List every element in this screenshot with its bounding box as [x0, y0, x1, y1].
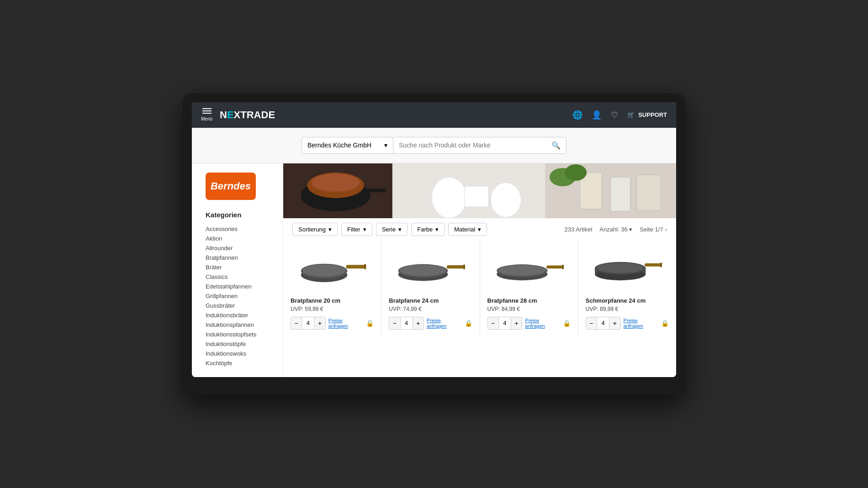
svg-rect-37	[660, 262, 662, 267]
qty-increase-3[interactable]: +	[511, 317, 522, 329]
sortierung-label: Sortierung	[298, 226, 326, 233]
svg-rect-12	[611, 177, 630, 211]
product-price-3: UVP: 84,99 €	[487, 306, 571, 312]
support-button[interactable]: 🛒 SUPPORT	[627, 111, 667, 118]
filter-label: Filter	[347, 226, 360, 233]
category-induktionstopfe[interactable]: Induktionstöpfe	[206, 339, 274, 349]
category-allrounder[interactable]: Allrounder	[206, 243, 274, 253]
user-icon[interactable]: 👤	[592, 110, 602, 120]
material-label: Material	[454, 226, 475, 233]
search-bar: Berndes Küche GmbH ▾ 🔍	[192, 128, 676, 163]
svg-rect-8	[465, 186, 489, 207]
svg-point-18	[302, 264, 346, 276]
menu-button[interactable]: Menü	[201, 108, 212, 121]
svg-point-15	[565, 164, 587, 181]
laptop-screen: Menü NEXTRADE 🌐 👤 ♡ 🛒 SUPPORT Berndes Kü…	[192, 102, 676, 377]
supplier-value: Berndes Küche GmbH	[307, 142, 371, 149]
category-kochtopfe[interactable]: Kochtöpfe	[206, 358, 274, 368]
heart-icon[interactable]: ♡	[611, 110, 618, 120]
svg-point-9	[491, 183, 521, 217]
serie-chevron: ▾	[398, 226, 402, 233]
support-label: SUPPORT	[638, 111, 667, 118]
product-image-2	[389, 246, 472, 292]
top-controls: Sortierung ▾ Filter ▾ Serie ▾ Farbe	[283, 218, 676, 239]
category-edelstahlpfannen[interactable]: Edelstahlpfannen	[206, 282, 274, 291]
category-gussbraeter[interactable]: Gussbräter	[206, 301, 274, 310]
qty-increase-4[interactable]: +	[609, 317, 620, 329]
preise-link-3[interactable]: Preise anfragen	[525, 318, 560, 329]
product-image-3	[487, 246, 571, 292]
svg-point-7	[436, 179, 462, 211]
category-list: Accessories Aktion Allrounder Bratpfanne…	[206, 224, 274, 368]
product-image-1	[291, 246, 374, 292]
supplier-dropdown[interactable]: Berndes Küche GmbH ▾	[302, 137, 393, 154]
category-accessories[interactable]: Accessories	[206, 224, 274, 234]
laptop-frame: Menü NEXTRADE 🌐 👤 ♡ 🛒 SUPPORT Berndes Kü…	[183, 93, 685, 395]
preise-link-2[interactable]: Preise anfragen	[427, 318, 461, 329]
sortierung-chevron: ▾	[328, 226, 332, 233]
lock-icon-4: 🔒	[661, 320, 669, 327]
category-braeter[interactable]: Bräter	[206, 262, 274, 272]
pan-svg-1	[296, 253, 369, 285]
qty-input-2[interactable]	[400, 317, 413, 329]
brand-banner	[283, 163, 676, 218]
controls-right: 233 Artikel Anzahl: 36 ▾ Seite 1/7 ›	[565, 226, 667, 233]
filter-button[interactable]: Filter ▾	[341, 223, 372, 236]
qty-control-1: − +	[291, 317, 326, 330]
qty-decrease-2[interactable]: −	[389, 317, 400, 329]
farbe-button[interactable]: Farbe ▾	[411, 223, 445, 236]
category-classics[interactable]: Classics	[206, 272, 274, 282]
svg-point-28	[498, 265, 546, 275]
preise-link-4[interactable]: Preise anfragen	[624, 318, 658, 329]
search-container: 🔍	[393, 137, 566, 154]
search-input[interactable]	[393, 138, 546, 152]
qty-input-3[interactable]	[498, 317, 511, 329]
header-left: Menü NEXTRADE	[201, 108, 275, 121]
category-bratpfannen[interactable]: Bratpfannen	[206, 253, 274, 262]
qty-control-2: − +	[389, 317, 424, 330]
svg-point-4	[312, 173, 360, 192]
product-card-2: Bratpfanne 24 cm UVP: 74,99 € − + Preise…	[381, 239, 479, 337]
category-induktionspfannen[interactable]: Induktionspfannen	[206, 320, 274, 330]
svg-rect-34	[595, 268, 598, 274]
qty-decrease-1[interactable]: −	[291, 317, 302, 329]
product-card-1: Bratpfanne 20 cm UVP: 59,99 € − + Preise…	[283, 239, 381, 337]
product-actions-2: − + Preise anfragen 🔒	[389, 317, 472, 330]
qty-control-3: − +	[487, 317, 523, 330]
next-page-button[interactable]: ›	[665, 226, 667, 233]
pan-svg-3	[492, 253, 566, 285]
page-nav: Seite 1/7 ›	[640, 226, 667, 233]
product-card-3: Bratpfanne 28 cm UVP: 84,99 € − + Preise…	[480, 239, 578, 337]
search-button[interactable]: 🔍	[546, 137, 566, 153]
brand-name: Berndes	[211, 180, 251, 192]
qty-increase-1[interactable]: +	[314, 317, 325, 329]
qty-input-1[interactable]	[302, 317, 314, 329]
header-right: 🌐 👤 ♡ 🛒 SUPPORT	[572, 110, 667, 120]
product-name-2: Bratpfanne 24 cm	[389, 297, 472, 304]
qty-decrease-4[interactable]: −	[586, 317, 597, 329]
svg-rect-20	[364, 264, 366, 269]
product-name-1: Bratpfanne 20 cm	[291, 297, 374, 304]
category-induktionsbraeter[interactable]: Induktionsbräter	[206, 310, 274, 320]
material-button[interactable]: Material ▾	[448, 223, 487, 236]
svg-rect-13	[637, 175, 661, 210]
qty-control-4: − +	[586, 317, 621, 330]
svg-rect-2	[368, 189, 386, 192]
main-content: Berndes Kategorien Accessories Aktion Al…	[192, 163, 676, 377]
category-induktionswoks[interactable]: Induktionswoks	[206, 349, 274, 358]
product-actions-3: − + Preise anfragen 🔒	[487, 317, 571, 330]
sortierung-button[interactable]: Sortierung ▾	[292, 223, 338, 236]
product-actions-1: − + Preise anfragen 🔒	[291, 317, 374, 330]
qty-decrease-3[interactable]: −	[488, 317, 498, 329]
category-aktion[interactable]: Aktion	[206, 234, 274, 243]
filter-row: Sortierung ▾ Filter ▾ Serie ▾ Farbe	[292, 223, 487, 236]
preise-link-1[interactable]: Preise anfragen	[328, 318, 363, 329]
category-induktionsstopfsets[interactable]: Induktionsstopfsets	[206, 330, 274, 339]
serie-label: Serie	[382, 226, 396, 233]
qty-input-4[interactable]	[597, 317, 609, 329]
qty-increase-2[interactable]: +	[413, 317, 423, 329]
globe-icon[interactable]: 🌐	[572, 110, 582, 120]
category-grillpfannen[interactable]: Grillpfannen	[206, 291, 274, 301]
anzahl-select[interactable]: Anzahl: 36 ▾	[599, 226, 632, 233]
serie-button[interactable]: Serie ▾	[376, 223, 408, 236]
